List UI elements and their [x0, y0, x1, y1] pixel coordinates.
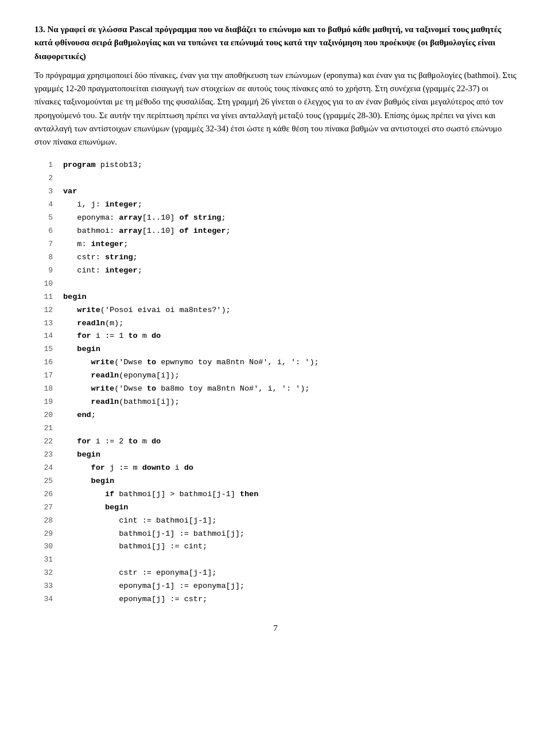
line-number: 32 [34, 567, 53, 579]
code-line: 7 m: integer; [34, 238, 517, 251]
line-content: var [63, 185, 77, 198]
code-line: 17 readln(eponyma[i]); [34, 369, 517, 383]
line-content: eponyma[j-1] := eponyma[j]; [63, 580, 245, 593]
line-content: for j := m downto i do [63, 462, 193, 475]
code-block: 1program pistob13;2 3var4 i, j: integer;… [34, 159, 517, 606]
line-content [63, 422, 68, 435]
code-line: 32 cstr := eponyma[j-1]; [34, 567, 517, 580]
code-line: 10 [34, 278, 517, 291]
line-number: 17 [34, 369, 53, 382]
line-content: readln(eponyma[i]); [63, 369, 180, 383]
line-number: 6 [34, 225, 53, 237]
line-content: cstr: string; [63, 251, 138, 264]
problem-description: Το πρόγραμμα χρησιμοποιεί δύο πίνακες, έ… [34, 69, 517, 149]
line-content: readln(m); [63, 317, 123, 330]
code-line: 1program pistob13; [34, 159, 517, 172]
problem-section: 13. Να γραφεί σε γλώσσα Pascal πρόγραμμα… [34, 23, 517, 149]
line-content: m: integer; [63, 238, 128, 251]
code-line: 31 [34, 554, 517, 567]
code-line: 2 [34, 172, 517, 185]
code-line: 15 begin [34, 343, 517, 356]
code-line: 5 eponyma: array[1..10] of string; [34, 212, 517, 225]
code-line: 8 cstr: string; [34, 251, 517, 264]
page-number: 7 [34, 623, 517, 633]
code-line: 4 i, j: integer; [34, 198, 517, 212]
line-number: 14 [34, 330, 53, 342]
line-content: readln(bathmoi[i]); [63, 396, 180, 409]
line-number: 19 [34, 396, 53, 408]
line-number: 27 [34, 501, 53, 514]
line-number: 4 [34, 198, 53, 211]
code-line: 29 bathmoi[j-1] := bathmoi[j]; [34, 528, 517, 541]
line-number: 34 [34, 593, 53, 606]
line-content [63, 278, 68, 291]
line-content: eponyma: array[1..10] of string; [63, 212, 226, 225]
code-line: 24 for j := m downto i do [34, 462, 517, 475]
line-content: begin [63, 449, 100, 462]
line-number: 30 [34, 540, 53, 553]
line-number: 11 [34, 291, 53, 303]
code-line: 27 begin [34, 501, 517, 515]
line-content: begin [63, 343, 100, 356]
line-content: end; [63, 409, 96, 422]
line-number: 28 [34, 515, 53, 527]
line-number: 25 [34, 475, 53, 488]
line-number: 23 [34, 449, 53, 461]
line-content: bathmoi: array[1..10] of integer; [63, 225, 231, 238]
line-content: cstr := eponyma[j-1]; [63, 567, 216, 580]
problem-title: 13. Να γραφεί σε γλώσσα Pascal πρόγραμμα… [34, 23, 517, 63]
line-number: 22 [34, 435, 53, 448]
line-number: 31 [34, 554, 53, 566]
code-line: 12 write('Posoi eivai oi ma8ntes?'); [34, 304, 517, 317]
line-number: 13 [34, 317, 53, 330]
line-content: program pistob13; [63, 159, 142, 172]
line-content: if bathmoi[j] > bathmoi[j-1] then [63, 488, 258, 501]
line-number: 16 [34, 356, 53, 369]
line-number: 26 [34, 488, 53, 501]
code-line: 19 readln(bathmoi[i]); [34, 396, 517, 409]
code-line: 18 write('Dwse to ba8mo toy ma8ntn No#',… [34, 383, 517, 396]
line-number: 2 [34, 172, 53, 185]
code-line: 6 bathmoi: array[1..10] of integer; [34, 225, 517, 238]
line-content [63, 172, 68, 185]
line-number: 20 [34, 409, 53, 422]
line-content: begin [63, 501, 128, 515]
line-number: 12 [34, 304, 53, 317]
code-line: 22 for i := 2 to m do [34, 435, 517, 449]
line-number: 7 [34, 238, 53, 251]
code-line: 28 cint := bathmoi[j-1]; [34, 515, 517, 528]
line-content: for i := 2 to m do [63, 435, 161, 449]
line-number: 1 [34, 159, 53, 172]
line-content: i, j: integer; [63, 198, 142, 212]
line-content: cint: integer; [63, 264, 142, 278]
line-number: 15 [34, 343, 53, 356]
line-content: begin [63, 475, 114, 488]
line-content: write('Dwse to epwnymo toy ma8ntn No#', … [63, 356, 319, 369]
code-line: 21 [34, 422, 517, 435]
code-line: 30 bathmoi[j] := cint; [34, 540, 517, 554]
line-content: write('Dwse to ba8mo toy ma8ntn No#', i,… [63, 383, 309, 396]
line-content: cint := bathmoi[j-1]; [63, 515, 216, 528]
code-line: 3var [34, 185, 517, 198]
line-number: 10 [34, 278, 53, 290]
line-number: 18 [34, 383, 53, 395]
line-content: eponyma[j] := cstr; [63, 593, 207, 606]
line-number: 24 [34, 462, 53, 474]
code-line: 26 if bathmoi[j] > bathmoi[j-1] then [34, 488, 517, 501]
code-line: 16 write('Dwse to epwnymo toy ma8ntn No#… [34, 356, 517, 369]
code-line: 34 eponyma[j] := cstr; [34, 593, 517, 606]
line-content: for i := 1 to m do [63, 330, 161, 343]
line-number: 3 [34, 185, 53, 198]
code-line: 11begin [34, 291, 517, 304]
code-line: 9 cint: integer; [34, 264, 517, 278]
line-number: 8 [34, 251, 53, 264]
line-number: 33 [34, 580, 53, 593]
line-number: 29 [34, 528, 53, 540]
problem-number: 13. [34, 25, 45, 34]
code-line: 13 readln(m); [34, 317, 517, 330]
code-line: 14 for i := 1 to m do [34, 330, 517, 343]
problem-title-text: Να γραφεί σε γλώσσα Pascal πρόγραμμα που… [34, 25, 501, 61]
code-line: 20 end; [34, 409, 517, 422]
line-content: write('Posoi eivai oi ma8ntes?'); [63, 304, 231, 317]
code-line: 23 begin [34, 449, 517, 462]
